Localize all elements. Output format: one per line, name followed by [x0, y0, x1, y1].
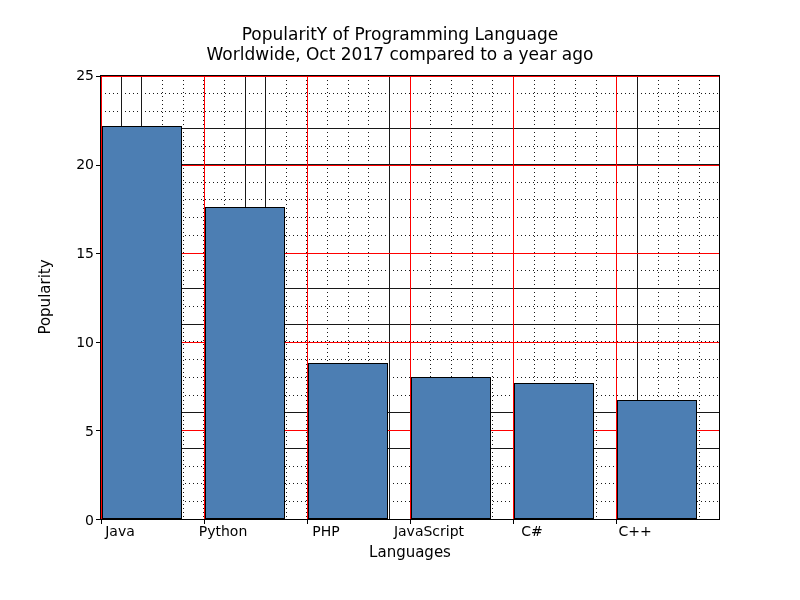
xtick-javascript: JavaScript: [394, 523, 464, 539]
x-axis-label: Languages: [369, 543, 451, 561]
ytick-10: 10: [54, 334, 94, 350]
xtick-c-: C++: [618, 523, 651, 539]
ytick-0: 0: [54, 512, 94, 528]
y-axis-label: Popularity: [36, 259, 54, 334]
bar-python: [205, 207, 285, 519]
xtick-python: Python: [199, 523, 248, 539]
chart-container: PopularitY of Programming Language World…: [0, 0, 800, 600]
chart-title-line2: Worldwide, Oct 2017 compared to a year a…: [0, 44, 800, 64]
bar-java: [102, 126, 182, 519]
bar-c-: [617, 400, 697, 519]
bar-javascript: [411, 377, 491, 519]
plot-area: [100, 75, 720, 520]
bar-php: [308, 363, 388, 519]
ytick-20: 20: [54, 156, 94, 172]
xtick-c-: C#: [521, 523, 543, 539]
ytick-5: 5: [54, 423, 94, 439]
ytick-25: 25: [54, 67, 94, 83]
xtick-php: PHP: [312, 523, 339, 539]
xtick-java: Java: [105, 523, 135, 539]
ytick-15: 15: [54, 245, 94, 261]
bar-c-: [514, 383, 594, 519]
chart-title-line1: PopularitY of Programming Language: [0, 24, 800, 44]
